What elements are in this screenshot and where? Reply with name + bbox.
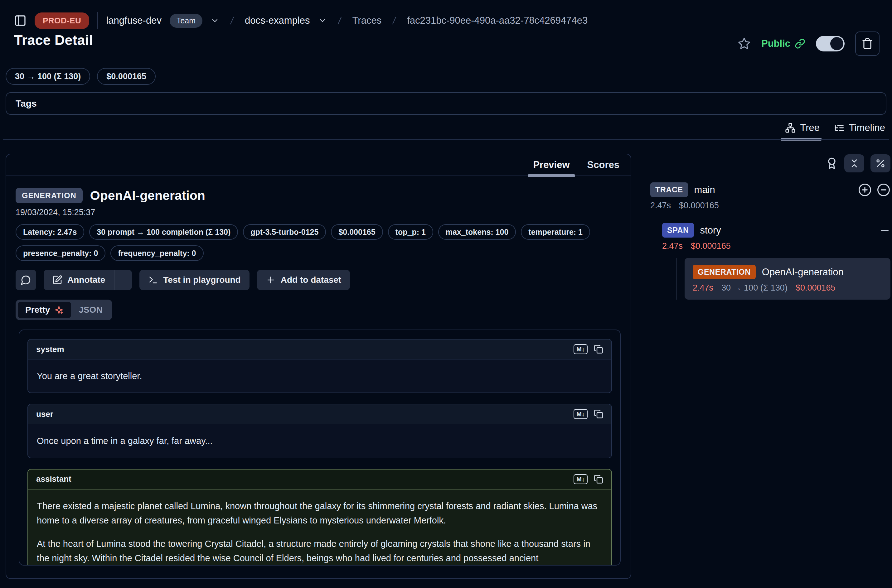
star-icon[interactable] — [737, 37, 751, 50]
message-text: Once upon a time in a galaxy far, far aw… — [37, 434, 602, 448]
metrics-toggle-button[interactable] — [871, 154, 890, 172]
section-divider — [3, 140, 889, 140]
award-icon[interactable] — [826, 157, 838, 170]
tags-label: Tags — [16, 98, 37, 109]
tab-timeline-label: Timeline — [849, 122, 885, 134]
trash-icon — [862, 38, 873, 50]
markdown-toggle-icon[interactable]: M↓ — [574, 409, 587, 419]
message-body: Once upon a time in a galaxy far, far aw… — [28, 424, 611, 458]
latency-badge[interactable]: Latency: 2.47s — [16, 224, 84, 240]
copy-icon[interactable] — [594, 474, 603, 484]
tree-node-span-block: SPAN story 2.47s $0.000165 GENERATION Op… — [662, 223, 890, 300]
org-chevron-down-icon[interactable] — [210, 16, 219, 25]
format-toggle: Pretty JSON — [16, 300, 112, 320]
comment-icon — [21, 274, 31, 285]
annotate-dropdown-button[interactable] — [114, 270, 132, 290]
message-text: You are a great storyteller. — [37, 369, 602, 383]
token-usage-badge[interactable]: 30 → 100 (Σ 130) — [6, 68, 90, 85]
plus-circle-icon[interactable] — [858, 183, 872, 197]
tree-children: GENERATION OpenAI-generation 2.47s 30 → … — [676, 258, 890, 300]
tree-toolbar — [650, 154, 890, 173]
collapse-node-icon[interactable] — [879, 225, 890, 236]
observation-type-badge: GENERATION — [16, 188, 83, 203]
format-pretty-segment[interactable]: Pretty — [18, 302, 71, 318]
tab-scores-label: Scores — [587, 159, 619, 171]
frequency-penalty-badge[interactable]: frequency_penalty: 0 — [110, 245, 203, 261]
trace-type-badge: TRACE — [650, 182, 688, 197]
timeline-icon — [834, 123, 845, 133]
annotate-icon — [53, 275, 62, 285]
tab-timeline[interactable]: Timeline — [834, 122, 885, 139]
generation-name: OpenAI-generation — [762, 267, 844, 278]
span-cost: $0.000165 — [691, 241, 731, 251]
breadcrumb: PROD-EU langfuse-dev Team docs-examples … — [14, 9, 587, 32]
tab-tree[interactable]: Tree — [785, 122, 820, 139]
tags-container[interactable]: Tags — [6, 92, 886, 115]
message-text: At the heart of Lumina stood the towerin… — [37, 537, 602, 566]
tree-node-trace[interactable]: TRACE main — [650, 182, 890, 197]
trace-cost: $0.000165 — [679, 201, 719, 210]
public-toggle[interactable] — [816, 36, 845, 51]
tab-preview-label: Preview — [533, 159, 569, 171]
tab-preview[interactable]: Preview — [533, 154, 569, 176]
breadcrumb-project[interactable]: docs-examples — [245, 15, 310, 26]
summary-pills: 30 → 100 (Σ 130) $0.000165 — [6, 68, 156, 85]
collapse-all-button[interactable] — [844, 154, 864, 172]
cost-badge[interactable]: $0.000165 — [331, 224, 383, 240]
delete-trace-button[interactable] — [855, 32, 880, 56]
temperature-badge[interactable]: temperature: 1 — [521, 224, 590, 240]
tree-node-span[interactable]: SPAN story — [662, 223, 890, 238]
message-text: There existed a majestic planet called L… — [37, 499, 602, 528]
message-header: user M↓ — [28, 404, 611, 424]
test-in-playground-button[interactable]: Test in playground — [140, 270, 249, 290]
generation-cost: $0.000165 — [796, 283, 836, 293]
trace-latency: 2.47s — [650, 201, 671, 210]
chevrons-collapse-icon — [849, 158, 860, 169]
copy-icon[interactable] — [594, 345, 603, 354]
breadcrumb-section[interactable]: Traces — [353, 15, 382, 26]
model-badge[interactable]: gpt-3.5-turbo-0125 — [243, 224, 326, 240]
tab-scores[interactable]: Scores — [587, 154, 619, 176]
tree-icon — [785, 123, 796, 133]
breadcrumb-org[interactable]: langfuse-dev — [106, 15, 162, 26]
tree-zoom-controls — [858, 183, 890, 197]
link-icon — [795, 38, 805, 49]
span-metrics: 2.47s $0.000165 — [662, 241, 890, 251]
observation-header: GENERATION OpenAI-generation — [16, 188, 621, 203]
minus-circle-icon[interactable] — [877, 183, 890, 197]
token-badge[interactable]: 30 prompt → 100 completion (Σ 130) — [89, 224, 238, 240]
meta-badges-row-2: presence_penalty: 0 frequency_penalty: 0 — [16, 245, 621, 261]
comment-button[interactable] — [16, 270, 36, 290]
top-p-badge[interactable]: top_p: 1 — [388, 224, 433, 240]
span-type-badge: SPAN — [662, 223, 694, 238]
message-card-assistant: assistant M↓ There existed a majestic pl… — [27, 469, 612, 566]
markdown-toggle-icon[interactable]: M↓ — [574, 344, 587, 354]
environment-badge[interactable]: PROD-EU — [35, 12, 89, 29]
copy-icon[interactable] — [594, 410, 603, 419]
toggle-knob — [830, 37, 843, 50]
format-json-segment[interactable]: JSON — [71, 302, 110, 318]
annotate-button[interactable]: Annotate — [44, 270, 114, 290]
add-to-dataset-label: Add to dataset — [281, 275, 341, 285]
public-link[interactable]: Public — [761, 38, 805, 49]
playground-label: Test in playground — [163, 275, 240, 285]
breadcrumb-slash-icon — [390, 15, 399, 26]
message-header: assistant M↓ — [28, 470, 611, 489]
public-label: Public — [761, 38, 790, 49]
terminal-icon — [148, 275, 158, 285]
message-header-icons: M↓ — [574, 344, 603, 354]
json-label: JSON — [79, 305, 102, 315]
observation-timestamp: 19/03/2024, 15:25:37 — [16, 208, 621, 217]
total-cost-badge[interactable]: $0.000165 — [97, 68, 156, 85]
span-name: story — [700, 225, 721, 236]
add-to-dataset-button[interactable]: Add to dataset — [257, 270, 350, 290]
presence-penalty-badge[interactable]: presence_penalty: 0 — [16, 245, 105, 261]
markdown-toggle-icon[interactable]: M↓ — [574, 474, 587, 484]
sidebar-toggle-icon[interactable] — [14, 14, 27, 27]
plus-icon — [266, 275, 276, 285]
tree-node-generation-selected[interactable]: GENERATION OpenAI-generation 2.47s 30 → … — [685, 258, 890, 300]
meta-badges-row-1: Latency: 2.47s 30 prompt → 100 completio… — [16, 224, 621, 240]
max-tokens-badge[interactable]: max_tokens: 100 — [438, 224, 516, 240]
annotate-split-button: Annotate — [44, 270, 132, 290]
project-chevron-down-icon[interactable] — [318, 16, 327, 25]
